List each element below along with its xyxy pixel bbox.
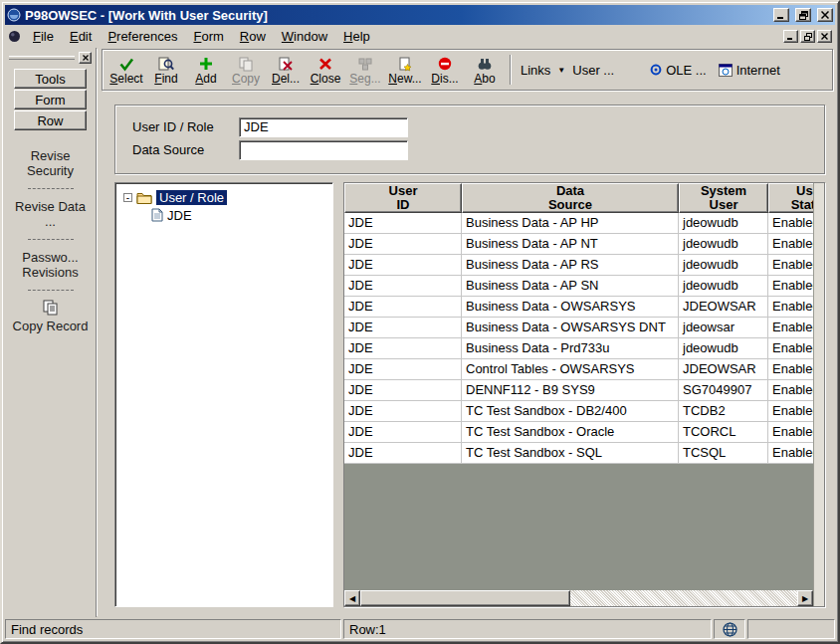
grid-column-header-system-user[interactable]: SystemUser xyxy=(679,183,768,213)
toolbar-new-button[interactable]: New... xyxy=(385,51,425,89)
exit-tab-tools[interactable]: Tools xyxy=(14,69,87,89)
menu-item-file[interactable]: File xyxy=(25,26,62,47)
toolbar-copy-button: Copy xyxy=(226,51,266,89)
scroll-right-icon[interactable]: ▶ xyxy=(797,590,813,606)
grid-column-header-user-id[interactable]: UserID xyxy=(344,183,462,213)
title-bar: P98OWSEC - [Work With User Security] xyxy=(5,5,835,25)
menu-bar: FileEditPreferencesFormRowWindowHelp xyxy=(5,25,835,48)
delete-icon xyxy=(278,56,294,73)
exit-revise-security[interactable]: Revise Security xyxy=(7,147,94,179)
grid-cell: JDE xyxy=(344,234,462,254)
links-label: Links xyxy=(521,63,550,78)
menu-item-edit[interactable]: Edit xyxy=(62,26,100,47)
menu-item-form[interactable]: Form xyxy=(185,26,231,47)
grid-cell: JDEOWSAR xyxy=(679,359,768,379)
exit-revise-data[interactable]: Revise Data ... xyxy=(7,198,94,230)
toolbar-button-label: Select xyxy=(109,73,142,86)
toolbar-dis-button[interactable]: Dis... xyxy=(425,51,465,89)
grid-row[interactable]: JDEControl Tables - OWSARSYSJDEOWSAREnab… xyxy=(344,359,813,380)
grid-row[interactable]: JDETC Test Sandbox - OracleTCORCLEnabled xyxy=(344,422,813,443)
exit-copy-record[interactable]: Copy Record xyxy=(7,318,94,334)
exit-separator xyxy=(28,290,74,291)
grid-row[interactable]: JDEBusiness Data - AP RSjdeowudbEnabled xyxy=(344,255,813,276)
grid-empty-area xyxy=(344,464,813,590)
mdi-close-button[interactable] xyxy=(817,30,832,43)
minimize-button[interactable] xyxy=(773,8,789,22)
grid-cell: JDE xyxy=(344,359,462,379)
scrollbar-track[interactable] xyxy=(360,590,797,606)
segment-icon xyxy=(357,56,373,73)
exit-bar: ToolsFormRow Revise SecurityRevise Data … xyxy=(5,48,97,617)
grid-row[interactable]: JDEBusiness Data - AP HPjdeowudbEnabled xyxy=(344,213,813,234)
grid-cell: TC Test Sandbox - SQL xyxy=(462,443,679,463)
menu-item-row[interactable]: Row xyxy=(232,26,274,47)
grid-cell: JDE xyxy=(344,318,462,337)
links-bar: Links ▼ User ...OLE ...Internet xyxy=(517,51,784,89)
grid-cell: Enabled xyxy=(768,255,813,275)
close-button[interactable] xyxy=(817,8,833,22)
grid-cell: jdeowsar xyxy=(679,318,768,337)
toolbar-del-button[interactable]: Del... xyxy=(266,51,306,89)
about-icon xyxy=(477,56,493,73)
menu-item-preferences[interactable]: Preferences xyxy=(100,26,185,47)
status-globe-panel xyxy=(714,619,745,639)
form-icon xyxy=(8,30,21,43)
grid-row[interactable]: JDETC Test Sandbox - SQLTCSQLEnabled xyxy=(344,443,813,464)
grid-column-header-user-status[interactable]: UserStatus xyxy=(768,183,813,213)
link-user[interactable]: User ... xyxy=(572,63,614,78)
vertical-scroll-strip[interactable] xyxy=(813,183,824,606)
tree-node-jde[interactable]: JDE xyxy=(117,206,330,224)
mdi-window-controls xyxy=(781,30,832,43)
app-icon xyxy=(7,8,21,22)
tree-node-user-role[interactable]: -User / Role xyxy=(117,188,330,206)
toolbar-add-button[interactable]: Add xyxy=(186,51,226,89)
grid-row[interactable]: JDEBusiness Data - OWSARSYS DNTjdeowsarE… xyxy=(344,318,813,338)
field-label-user-id-role: User ID / Role xyxy=(132,119,239,134)
scrollbar-thumb[interactable] xyxy=(360,590,570,606)
link-label: User ... xyxy=(572,63,614,78)
grid: UserIDDataSourceSystemUserUserStatus JDE… xyxy=(344,183,813,606)
lower-area: -User / RoleJDE UserIDDataSourceSystemUs… xyxy=(114,182,825,607)
exit-passwo-revisions[interactable]: Passwo... Revisions xyxy=(7,249,94,281)
grid-row[interactable]: JDEBusiness Data - OWSARSYSJDEOWSAREnabl… xyxy=(344,297,813,318)
menu-item-window[interactable]: Window xyxy=(274,26,335,47)
exit-tab-row[interactable]: Row xyxy=(14,110,87,130)
mdi-restore-button[interactable] xyxy=(800,30,815,43)
toolbar-close-button[interactable]: Close xyxy=(306,51,345,89)
row-indicator: Row:1 xyxy=(349,622,386,637)
horizontal-scrollbar[interactable]: ◀ ▶ xyxy=(344,590,813,606)
mdi-minimize-button[interactable] xyxy=(783,30,798,43)
grid-row[interactable]: JDEDENNF112 - B9 SYS9SG7049907Enabled xyxy=(344,380,813,401)
grid-column-header-data-source[interactable]: DataSource xyxy=(462,183,679,213)
toolbar-select-button[interactable]: Select xyxy=(106,51,146,89)
toolbar: SelectFindAddCopyDel...CloseSeg...New...… xyxy=(102,49,833,91)
grid-row[interactable]: JDEBusiness Data - AP NTjdeowudbEnabled xyxy=(344,234,813,255)
grid-cell: jdeowudb xyxy=(679,255,768,275)
toolbar-find-button[interactable]: Find xyxy=(146,51,186,89)
exit-bar-grip[interactable] xyxy=(9,56,75,60)
content-area: User ID / RoleData Source -User / RoleJD… xyxy=(100,91,835,617)
grid-row[interactable]: JDEBusiness Data - Prd733ujdeowudbEnable… xyxy=(344,338,813,359)
menu-item-help[interactable]: Help xyxy=(335,26,378,47)
field-row-user-id-role: User ID / Role xyxy=(132,116,824,137)
link-label: Internet xyxy=(736,63,780,78)
user-id-role-input[interactable] xyxy=(239,117,408,137)
folder-icon xyxy=(136,191,152,204)
toolbar-abo-button[interactable]: Abo xyxy=(465,51,505,89)
data-source-input[interactable] xyxy=(239,140,408,160)
link-ole[interactable]: OLE ... xyxy=(650,63,706,78)
restore-button[interactable] xyxy=(795,8,811,22)
exit-bar-close-button[interactable] xyxy=(79,52,92,64)
grid-row[interactable]: JDEBusiness Data - AP SNjdeowudbEnabled xyxy=(344,276,813,297)
field-row-data-source: Data Source xyxy=(132,139,824,160)
scroll-left-icon[interactable]: ◀ xyxy=(344,590,360,606)
exit-tab-form[interactable]: Form xyxy=(14,90,87,109)
toolbar-button-label: Dis... xyxy=(431,73,458,86)
grid-cell: Enabled xyxy=(768,297,813,317)
tree-expander-icon[interactable]: - xyxy=(123,193,132,202)
links-dropdown-icon[interactable]: ▼ xyxy=(557,66,565,75)
grid-cell: Enabled xyxy=(768,443,813,463)
grid-row[interactable]: JDETC Test Sandbox - DB2/400TCDB2Enabled xyxy=(344,401,813,422)
grid-cell: JDE xyxy=(344,380,462,400)
link-internet[interactable]: Internet xyxy=(719,63,780,78)
